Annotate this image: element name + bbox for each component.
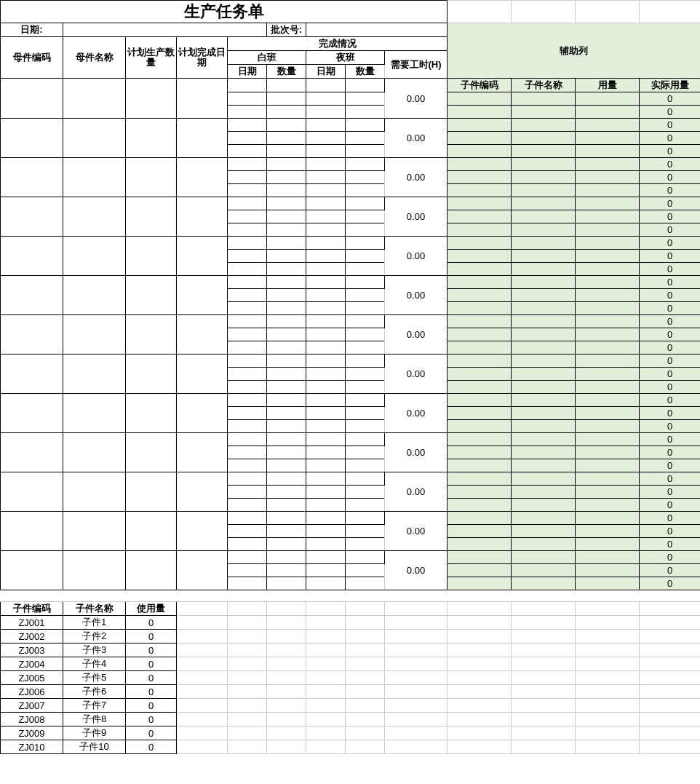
cell-night-date[interactable]: [306, 525, 346, 538]
cell-day-qty[interactable]: [267, 263, 306, 276]
child-usage-cell[interactable]: 0: [126, 630, 177, 644]
cell-plan-date[interactable]: [177, 355, 228, 394]
cell-day-qty[interactable]: [267, 92, 306, 106]
cell-night-qty[interactable]: [346, 459, 385, 472]
cell-day-qty[interactable]: [267, 79, 306, 92]
cell-plan-date[interactable]: [177, 394, 228, 433]
cell-day-qty[interactable]: [267, 420, 306, 433]
cell-night-date[interactable]: [306, 512, 346, 525]
cell-night-qty[interactable]: [346, 210, 385, 223]
cell-day-date[interactable]: [228, 184, 267, 197]
child-name-cell[interactable]: 子件5: [63, 671, 126, 685]
cell-night-qty[interactable]: [346, 394, 385, 407]
cell-night-qty[interactable]: [346, 145, 385, 158]
cell-day-qty[interactable]: [267, 459, 306, 472]
cell-parent-name[interactable]: [63, 394, 126, 433]
aux-usage[interactable]: [576, 433, 640, 446]
aux-child-code[interactable]: [448, 276, 512, 289]
child-name-cell[interactable]: 子件1: [63, 616, 126, 630]
cell-night-date[interactable]: [306, 499, 346, 512]
cell-day-date[interactable]: [228, 525, 267, 538]
cell-parent-name[interactable]: [63, 197, 126, 237]
cell-parent-code[interactable]: [1, 276, 63, 315]
cell-plan-date[interactable]: [177, 79, 228, 119]
cell-night-qty[interactable]: [346, 551, 385, 564]
aux-child-code[interactable]: [448, 302, 512, 315]
cell-day-date[interactable]: [228, 551, 267, 564]
aux-usage[interactable]: [576, 145, 640, 158]
aux-child-name[interactable]: [512, 276, 576, 289]
cell-night-qty[interactable]: [346, 341, 385, 355]
cell-night-date[interactable]: [306, 119, 346, 132]
aux-usage[interactable]: [576, 328, 640, 341]
cell-night-qty[interactable]: [346, 446, 385, 459]
cell-day-qty[interactable]: [267, 551, 306, 564]
aux-child-code[interactable]: [448, 171, 512, 184]
cell-day-date[interactable]: [228, 368, 267, 381]
cell-day-qty[interactable]: [267, 250, 306, 263]
cell-day-qty[interactable]: [267, 289, 306, 302]
cell-plan-qty[interactable]: [126, 394, 177, 433]
aux-usage[interactable]: [576, 315, 640, 328]
aux-child-code[interactable]: [448, 341, 512, 355]
aux-usage[interactable]: [576, 394, 640, 407]
cell-night-qty[interactable]: [346, 315, 385, 328]
cell-parent-code[interactable]: [1, 158, 63, 197]
aux-child-name[interactable]: [512, 512, 576, 525]
cell-night-qty[interactable]: [346, 328, 385, 341]
cell-day-date[interactable]: [228, 210, 267, 223]
aux-child-code[interactable]: [448, 564, 512, 577]
cell-night-qty[interactable]: [346, 512, 385, 525]
aux-usage[interactable]: [576, 250, 640, 263]
aux-usage[interactable]: [576, 551, 640, 564]
cell-day-date[interactable]: [228, 315, 267, 328]
cell-day-qty[interactable]: [267, 223, 306, 237]
child-code-cell[interactable]: ZJ001: [1, 616, 63, 630]
aux-child-name[interactable]: [512, 184, 576, 197]
cell-night-qty[interactable]: [346, 577, 385, 590]
aux-child-code[interactable]: [448, 289, 512, 302]
cell-parent-code[interactable]: [1, 394, 63, 433]
child-name-cell[interactable]: 子件7: [63, 699, 126, 713]
cell-night-date[interactable]: [306, 394, 346, 407]
aux-child-code[interactable]: [448, 145, 512, 158]
child-usage-cell[interactable]: 0: [126, 726, 177, 740]
cell-day-date[interactable]: [228, 223, 267, 237]
cell-parent-code[interactable]: [1, 551, 63, 590]
aux-child-name[interactable]: [512, 381, 576, 394]
cell-day-qty[interactable]: [267, 315, 306, 328]
aux-child-name[interactable]: [512, 341, 576, 355]
cell-plan-qty[interactable]: [126, 512, 177, 551]
cell-day-qty[interactable]: [267, 446, 306, 459]
cell-night-qty[interactable]: [346, 355, 385, 368]
aux-child-name[interactable]: [512, 499, 576, 512]
child-usage-cell[interactable]: 0: [126, 713, 177, 726]
cell-day-date[interactable]: [228, 564, 267, 577]
cell-night-date[interactable]: [306, 564, 346, 577]
aux-usage[interactable]: [576, 446, 640, 459]
cell-plan-qty[interactable]: [126, 119, 177, 158]
aux-usage[interactable]: [576, 407, 640, 420]
cell-day-qty[interactable]: [267, 407, 306, 420]
cell-night-qty[interactable]: [346, 486, 385, 499]
cell-day-date[interactable]: [228, 79, 267, 92]
aux-child-code[interactable]: [448, 132, 512, 145]
aux-child-code[interactable]: [448, 368, 512, 381]
cell-day-qty[interactable]: [267, 119, 306, 132]
child-name-cell[interactable]: 子件3: [63, 644, 126, 657]
cell-day-qty[interactable]: [267, 538, 306, 551]
aux-child-code[interactable]: [448, 486, 512, 499]
child-usage-cell[interactable]: 0: [126, 699, 177, 713]
child-code-cell[interactable]: ZJ002: [1, 630, 63, 644]
cell-day-qty[interactable]: [267, 184, 306, 197]
aux-usage[interactable]: [576, 564, 640, 577]
aux-child-name[interactable]: [512, 92, 576, 106]
cell-plan-date[interactable]: [177, 433, 228, 472]
cell-day-qty[interactable]: [267, 145, 306, 158]
child-name-cell[interactable]: 子件4: [63, 657, 126, 671]
cell-day-qty[interactable]: [267, 302, 306, 315]
cell-plan-qty[interactable]: [126, 276, 177, 315]
cell-parent-name[interactable]: [63, 433, 126, 472]
aux-usage[interactable]: [576, 237, 640, 250]
aux-child-name[interactable]: [512, 446, 576, 459]
